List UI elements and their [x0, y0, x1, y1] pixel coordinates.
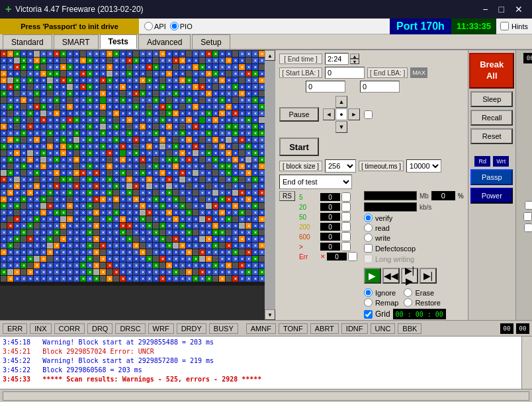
drdy-option[interactable]: DRDY: [523, 212, 532, 221]
verify-label: verify: [375, 214, 392, 222]
dir-checkbox[interactable]: [364, 110, 373, 119]
drdy-checkbox[interactable]: [523, 212, 532, 221]
horizontal-scrollbar[interactable]: [3, 391, 529, 401]
err-check-gt[interactable]: [341, 242, 351, 251]
read-radio[interactable]: [364, 223, 373, 232]
end-of-test-select[interactable]: End of test: [279, 175, 352, 189]
badge-drq[interactable]: DRQ: [87, 323, 112, 334]
lba-0-input[interactable]: [306, 81, 345, 93]
api-radio[interactable]: [144, 22, 153, 30]
bit48-option[interactable]: 48 bit: [525, 201, 532, 210]
sound-checkbox[interactable]: [524, 223, 532, 232]
dir-down[interactable]: ▼: [335, 121, 347, 133]
long-writing-checkbox[interactable]: [364, 255, 373, 263]
end-time-input[interactable]: [325, 53, 349, 65]
verify-radio[interactable]: [364, 214, 373, 222]
long-writing-option[interactable]: Long writing: [364, 255, 464, 263]
end-time-down[interactable]: ▼: [350, 59, 359, 64]
end-time-up[interactable]: ▲: [350, 54, 359, 59]
err-check-err[interactable]: [348, 252, 357, 261]
err-check-200[interactable]: [341, 222, 351, 231]
read-option[interactable]: read: [364, 223, 464, 232]
sleep-button[interactable]: Sleep: [470, 91, 513, 107]
tab-tests[interactable]: Tests: [100, 34, 137, 49]
maximize-button[interactable]: □: [495, 3, 508, 16]
dir-left[interactable]: ◄: [323, 108, 335, 120]
lba-1-input[interactable]: [360, 81, 400, 93]
error-badge-bar: ERR INX CORR DRQ DRSC WRF DRDY BUSY AMNF…: [0, 320, 532, 336]
grid-checkbox[interactable]: [364, 310, 373, 319]
ignore-option[interactable]: Ignore: [364, 288, 398, 297]
badge-drdy[interactable]: DRDY: [177, 323, 206, 334]
badge-tonf[interactable]: TONF: [279, 323, 308, 334]
block-size-select[interactable]: 2565121024: [325, 159, 356, 173]
remap-radio[interactable]: [364, 298, 373, 307]
tab-smart[interactable]: SMART: [54, 34, 99, 49]
close-button[interactable]: ✕: [511, 3, 527, 16]
badge-err[interactable]: ERR: [3, 323, 27, 334]
badge-bbk[interactable]: BBK: [398, 323, 421, 334]
err-check-20[interactable]: [341, 202, 351, 212]
scroll-down-button[interactable]: ▼: [265, 309, 275, 320]
pause-button[interactable]: Pause: [279, 107, 319, 122]
recall-button[interactable]: Recall: [470, 110, 513, 126]
badge-inx[interactable]: INX: [30, 323, 51, 334]
ignore-radio[interactable]: [364, 288, 373, 297]
stop-button[interactable]: ◀◀: [382, 268, 400, 284]
badge-idnf[interactable]: IDNF: [341, 323, 368, 334]
err-check-600[interactable]: [341, 232, 351, 241]
api-radio-label[interactable]: API: [144, 22, 166, 30]
start-button[interactable]: Start: [279, 138, 319, 156]
restore-option[interactable]: Restore: [404, 298, 441, 307]
restore-radio[interactable]: [404, 298, 412, 307]
err-check-5[interactable]: [341, 192, 351, 202]
hints-area: Hints: [496, 22, 532, 30]
badge-abrt[interactable]: ABRT: [310, 323, 339, 334]
start-lba-input[interactable]: [325, 67, 365, 79]
play-button[interactable]: ▶: [364, 268, 381, 284]
next-button[interactable]: ▶|▶: [401, 268, 418, 284]
log-time-5: 3:45:33: [3, 376, 30, 383]
scroll-track[interactable]: [265, 61, 275, 309]
defectoscop-checkbox[interactable]: [364, 244, 373, 253]
hex-time-display: 00 : 00 : 00: [393, 309, 446, 319]
verify-option[interactable]: verify: [364, 214, 464, 222]
passport-button[interactable]: Press 'Passport' to init drive: [0, 19, 139, 34]
log-scrollbar[interactable]: [521, 337, 532, 389]
pio-radio-label[interactable]: PIO: [170, 22, 193, 30]
passp-button[interactable]: Passp: [470, 169, 513, 185]
hints-label: Hints: [511, 22, 528, 30]
tab-setup[interactable]: Setup: [192, 34, 230, 49]
dir-right[interactable]: ►: [348, 108, 360, 120]
hints-checkbox[interactable]: [500, 22, 509, 30]
badge-drsc[interactable]: DRSC: [115, 323, 145, 334]
remap-option[interactable]: Remap: [364, 298, 398, 307]
rs-button[interactable]: RS: [279, 191, 295, 201]
erase-radio[interactable]: [404, 288, 412, 297]
break-all-button[interactable]: Break All: [469, 53, 514, 89]
defectoscop-option[interactable]: Defectoscop: [364, 244, 464, 253]
reset-button[interactable]: Reset: [470, 128, 513, 144]
minimize-button[interactable]: −: [478, 3, 492, 16]
end-button[interactable]: ▶|: [420, 268, 437, 284]
dir-center[interactable]: ●: [335, 108, 347, 120]
scroll-up-button[interactable]: ▲: [265, 50, 275, 61]
write-radio[interactable]: [364, 233, 373, 242]
badge-unc[interactable]: UNC: [371, 323, 396, 334]
err-check-50[interactable]: [341, 212, 351, 221]
power-button[interactable]: Power: [470, 188, 513, 204]
tab-standard[interactable]: Standard: [3, 34, 52, 49]
pio-radio[interactable]: [170, 22, 179, 30]
sound-option[interactable]: sound: [524, 223, 532, 232]
dir-up[interactable]: ▲: [335, 96, 347, 108]
badge-corr[interactable]: CORR: [54, 323, 85, 334]
timeout-select[interactable]: 10000500030000: [406, 159, 441, 173]
tab-advanced[interactable]: Advanced: [138, 34, 191, 49]
erase-option[interactable]: Erase: [404, 288, 441, 297]
log-content[interactable]: 3:45:18 Warning! Block start at 29298554…: [0, 337, 521, 389]
bit48-checkbox[interactable]: [525, 201, 532, 210]
badge-amnf[interactable]: AMNF: [246, 323, 276, 334]
badge-wrf[interactable]: WRF: [148, 323, 174, 334]
write-option[interactable]: write: [364, 233, 464, 242]
badge-busy[interactable]: BUSY: [209, 323, 238, 334]
